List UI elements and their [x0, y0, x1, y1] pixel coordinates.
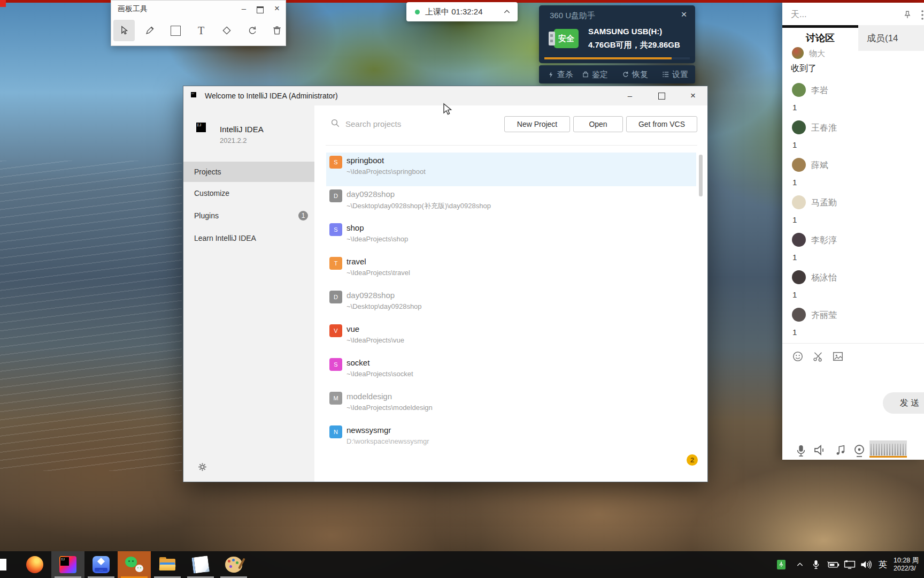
tray-display-icon[interactable]	[844, 551, 856, 578]
wechat-icon	[125, 556, 143, 573]
product-version: 2021.2.2	[220, 136, 247, 144]
project-row-newssysmgr[interactable]: N newssysmgr D:\workspace\newssysmgr	[326, 422, 696, 456]
text-icon: T	[198, 25, 204, 36]
get-from-vcs-button[interactable]: Get from VCS	[626, 116, 697, 132]
new-project-button[interactable]: New Project	[504, 116, 570, 132]
project-row-socket[interactable]: S socket ~\IdeaProjects\socket	[326, 355, 696, 389]
project-row-day0928shop-2[interactable]: D day0928shop ~\Desktop\day0928shop	[326, 287, 696, 321]
tab-discussion[interactable]: 讨论区	[782, 25, 858, 51]
project-name: modeldesign	[346, 392, 392, 401]
project-icon: M	[329, 392, 342, 405]
image-icon[interactable]	[832, 351, 844, 362]
project-row-shop[interactable]: S shop ~\IdeaProjects\shop	[326, 220, 696, 254]
scrollbar[interactable]	[699, 155, 703, 196]
notification-badge[interactable]: 2	[687, 454, 698, 466]
usb-settings-button[interactable]: 设置	[662, 70, 688, 80]
close-icon[interactable]: ×	[272, 4, 282, 13]
project-row-vue[interactable]: V vue ~\IdeaProjects\vue	[326, 321, 696, 355]
usb-helper-toolbar: 查杀 鉴定 恢复 设置	[539, 65, 695, 83]
taskbar-wechat[interactable]	[118, 551, 151, 578]
minimize-icon[interactable]: –	[238, 4, 249, 13]
pin-icon[interactable]	[903, 10, 912, 20]
tray-clock[interactable]: 10:28 周 2022/3/	[894, 551, 919, 578]
taskbar-file-explorer[interactable]	[151, 551, 184, 578]
usb-check-icon	[582, 71, 589, 78]
project-icon: D	[329, 291, 342, 303]
maximize-icon[interactable]	[658, 93, 665, 100]
member-item: 薛斌 1	[782, 158, 924, 195]
tray-ime-indicator[interactable]: 英	[879, 551, 887, 578]
start-button[interactable]	[0, 551, 18, 578]
close-icon[interactable]: ×	[678, 9, 690, 20]
taskbar-firefox[interactable]	[18, 551, 51, 578]
taskbar-paint[interactable]	[217, 551, 250, 578]
microphone-icon[interactable]	[795, 444, 807, 458]
pen-tool-button[interactable]	[139, 20, 160, 41]
usb-capacity: 4.76GB可用，共29.86GB	[588, 40, 680, 50]
tray-volume-icon[interactable]	[860, 551, 873, 578]
windows-logo-icon	[0, 559, 6, 571]
chevron-up-icon[interactable]	[503, 7, 511, 16]
sidebar-item-learn[interactable]: Learn IntelliJ IDEA	[183, 228, 314, 248]
close-icon[interactable]: ×	[686, 91, 700, 101]
project-row-day0928shop[interactable]: D day0928shop ~\Desktop\day0928shop(补充版)…	[326, 186, 696, 220]
tray-time: 10:28 周	[894, 557, 919, 565]
sidebar-item-plugins[interactable]: Plugins 1	[183, 206, 314, 226]
firefox-icon	[26, 556, 43, 573]
project-icon: S	[329, 223, 342, 236]
undo-tool-button[interactable]	[242, 20, 263, 41]
member-item: 杨泳怡 1	[782, 270, 924, 308]
usb-scan-button[interactable]: 查杀	[548, 70, 573, 80]
paint-tools-panel: 画板工具 – × T	[111, 0, 286, 46]
usb-drive-name: SAMSUNG USB(H:)	[588, 27, 662, 36]
select-tool-button[interactable]	[113, 20, 135, 41]
tray-microphone-icon[interactable]	[812, 551, 820, 578]
text-tool-button[interactable]: T	[190, 20, 212, 41]
screenshot-scissors-icon[interactable]	[812, 351, 824, 362]
sidebar-item-projects[interactable]: Projects	[183, 162, 314, 182]
taskbar-intellij-idea[interactable]: IJ	[51, 551, 84, 578]
avatar	[792, 195, 806, 209]
maximize-icon[interactable]	[257, 6, 264, 13]
project-row-travel[interactable]: T travel ~\IdeaProjects\travel	[326, 254, 696, 287]
project-name: springboot	[346, 156, 384, 165]
webcam-icon[interactable]	[853, 444, 866, 458]
project-name: day0928shop	[346, 189, 395, 199]
speaker-icon[interactable]	[813, 444, 827, 457]
send-button[interactable]: 发 送	[883, 392, 924, 414]
emoji-icon[interactable]	[792, 351, 804, 362]
sidebar-item-customize[interactable]: Customize	[183, 183, 314, 203]
usb-helper-panel: 360 U盘助手 × 安全 SAMSUNG USB(H:) 4.76GB可用，共…	[539, 5, 695, 63]
chat-window-title: 天...	[791, 9, 806, 20]
taskbar-class-app[interactable]: ····	[84, 551, 118, 578]
tray-chevron-up-icon[interactable]	[796, 551, 804, 578]
music-icon[interactable]	[835, 444, 846, 457]
minimize-icon[interactable]: –	[623, 91, 637, 101]
usb-verify-button[interactable]: 鉴定	[582, 70, 608, 80]
project-path: ~\IdeaProjects\socket	[346, 370, 413, 378]
more-options-icon[interactable]	[920, 10, 924, 20]
project-row-springboot[interactable]: S springboot ~\IdeaProjects\springboot	[326, 153, 696, 186]
class-status-pill[interactable]: 上课中 01:32:24	[406, 2, 518, 21]
plugins-count-badge: 1	[298, 211, 308, 220]
taskbar-notepad[interactable]	[184, 551, 217, 578]
delete-tool-button[interactable]	[266, 20, 288, 41]
usb-restore-button[interactable]: 恢复	[622, 70, 648, 80]
search-input[interactable]: Search projects	[345, 119, 401, 128]
gear-icon[interactable]	[197, 462, 207, 472]
project-name: shop	[346, 223, 364, 232]
open-button[interactable]: Open	[573, 116, 623, 132]
project-path: ~\Desktop\day0928shop	[346, 302, 422, 310]
product-name: IntelliJ IDEA	[220, 125, 264, 134]
intellij-icon: IJ	[59, 556, 76, 573]
project-icon: S	[329, 358, 342, 371]
tray-battery-icon[interactable]	[827, 551, 840, 578]
audio-level-meter	[869, 440, 907, 458]
rectangle-tool-button[interactable]	[165, 20, 186, 41]
usb-drive-icon: 安全	[549, 29, 579, 48]
tray-usb-icon[interactable]	[777, 551, 786, 578]
project-name: socket	[346, 358, 369, 367]
eraser-tool-button[interactable]	[216, 20, 237, 41]
project-row-modeldesign[interactable]: M modeldesign ~\IdeaProjects\modeldesign	[326, 389, 696, 422]
tab-members[interactable]: 成员(14	[858, 25, 924, 51]
